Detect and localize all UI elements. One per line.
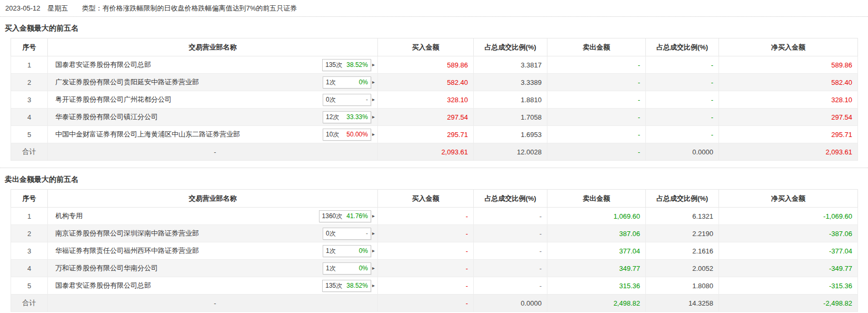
- table-row: 2广发证券股份有限公司贵阳延安中路证券营业部1次0%▸582.403.3389-…: [11, 74, 858, 91]
- net-buy-cell: -377.04: [719, 242, 858, 260]
- badge-count: 10次: [326, 130, 339, 139]
- history-badge-wrap: 1次0%▸: [323, 262, 375, 275]
- sell-amount-cell: 387.06: [547, 225, 646, 242]
- table-row: 3粤开证券股份有限公司广州花都分公司0次-▸328.101.8810--328.…: [11, 91, 858, 109]
- column-header: 序号: [11, 38, 48, 56]
- column-header: 交易营业部名称: [48, 38, 378, 56]
- row-index: 4: [11, 260, 48, 277]
- buy-amount-cell: -: [378, 208, 474, 225]
- buy-ratio-cell: -: [474, 277, 547, 295]
- department-name[interactable]: 华福证券有限责任公司福州西环中路证券营业部: [55, 246, 199, 256]
- appearance-count-badge[interactable]: 1次0%: [323, 262, 371, 275]
- header-row: 序号交易营业部名称买入金额占总成交比例(%)卖出金额占总成交比例(%)净买入金额: [11, 190, 858, 208]
- net-buy-cell: 297.54: [719, 109, 858, 126]
- column-header: 净买入金额: [719, 190, 858, 208]
- badge-count: 0次: [326, 229, 336, 238]
- column-header: 占总成交比例(%): [474, 38, 547, 56]
- buy-amount-cell: 582.40: [378, 74, 474, 91]
- table-row: 5国泰君安证券股份有限公司总部135次38.52%▸--315.361.8080…: [11, 277, 858, 295]
- chevron-right-icon: ▸: [372, 80, 375, 85]
- sell-amount-cell: 315.36: [547, 277, 646, 295]
- badge-percent: 38.52%: [346, 61, 368, 69]
- column-header: 占总成交比例(%): [646, 190, 719, 208]
- badge-count: 1次: [326, 247, 336, 256]
- sell-amount-cell: -: [547, 56, 646, 74]
- appearance-count-badge[interactable]: 12次33.33%: [323, 111, 371, 123]
- buy-ratio-cell: 1.6953: [474, 126, 547, 143]
- department-name[interactable]: 广发证券股份有限公司贵阳延安中路证券营业部: [55, 77, 199, 87]
- sell-ratio-cell: 0.0000: [646, 143, 719, 161]
- column-header: 序号: [11, 190, 48, 208]
- appearance-count-badge[interactable]: 135次38.52%: [322, 59, 371, 71]
- sell-ratio-cell: -: [646, 74, 719, 91]
- chevron-right-icon: ▸: [372, 213, 375, 219]
- buy-amount-cell: 2,093.61: [378, 143, 474, 161]
- sell-top5-table: 序号交易营业部名称买入金额占总成交比例(%)卖出金额占总成交比例(%)净买入金额…: [11, 189, 858, 312]
- chevron-right-icon: ▸: [372, 114, 375, 120]
- date-type-bar: 2023-05-12 星期五 类型：有价格涨跌幅限制的日收盘价格跌幅偏离值达到7…: [0, 0, 868, 17]
- department-name[interactable]: 中国中金财富证券有限公司上海黄浦区中山东二路证券营业部: [55, 130, 240, 139]
- department-name[interactable]: 国泰君安证券股份有限公司总部: [55, 281, 151, 290]
- net-buy-cell: -349.77: [719, 260, 858, 277]
- appearance-count-badge[interactable]: 135次38.52%: [322, 280, 371, 292]
- row-index: 3: [11, 91, 48, 109]
- net-buy-cell: 582.40: [719, 74, 858, 91]
- appearance-count-badge[interactable]: 0次-: [323, 228, 371, 240]
- sell-amount-cell: 377.04: [547, 242, 646, 260]
- badge-percent: 41.76%: [346, 212, 368, 220]
- net-buy-cell: -315.36: [719, 277, 858, 295]
- department-cell: 国泰君安证券股份有限公司总部135次38.52%▸: [48, 277, 378, 295]
- total-name-placeholder: -: [48, 143, 378, 161]
- appearance-count-badge[interactable]: 1次0%: [323, 245, 371, 257]
- buy-amount-cell: -: [378, 295, 474, 312]
- department-cell: 广发证券股份有限公司贵阳延安中路证券营业部1次0%▸: [48, 74, 378, 91]
- row-index: 3: [11, 242, 48, 260]
- buy-top5-section: 买入金额最大的前五名 序号交易营业部名称买入金额占总成交比例(%)卖出金额占总成…: [0, 17, 868, 161]
- department-name[interactable]: 国泰君安证券股份有限公司总部: [55, 60, 151, 70]
- buy-amount-cell: 589.86: [378, 56, 474, 74]
- appearance-count-badge[interactable]: 1360次41.76%: [319, 210, 371, 222]
- buy-amount-cell: 295.71: [378, 126, 474, 143]
- department-name[interactable]: 万和证券股份有限公司华南分公司: [55, 263, 158, 273]
- badge-percent: 0%: [359, 247, 368, 255]
- department-name[interactable]: 粤开证券股份有限公司广州花都分公司: [55, 95, 172, 104]
- badge-percent: 0%: [359, 265, 368, 272]
- appearance-count-badge[interactable]: 10次50.00%: [323, 129, 371, 141]
- history-badge-wrap: 1次0%▸: [323, 76, 375, 89]
- column-header: 净买入金额: [719, 38, 858, 56]
- sell-amount-cell: 2,498.82: [547, 295, 646, 312]
- badge-percent: -: [366, 230, 368, 237]
- sell-ratio-cell: -: [646, 91, 719, 109]
- department-name[interactable]: 机构专用: [55, 211, 83, 221]
- table-row: 3华福证券有限责任公司福州西环中路证券营业部1次0%▸--377.042.161…: [11, 242, 858, 260]
- appearance-count-badge[interactable]: 1次0%: [323, 76, 371, 89]
- chevron-right-icon: ▸: [372, 231, 375, 236]
- row-index: 1: [11, 208, 48, 225]
- sell-amount-cell: 349.77: [547, 260, 646, 277]
- net-buy-cell: 2,093.61: [719, 143, 858, 161]
- sell-ratio-cell: 6.1321: [646, 208, 719, 225]
- row-index: 2: [11, 225, 48, 242]
- buy-ratio-cell: 1.7058: [474, 109, 547, 126]
- buy-ratio-cell: 12.0028: [474, 143, 547, 161]
- table-row: 4华泰证券股份有限公司镇江分公司12次33.33%▸297.541.7058--…: [11, 109, 858, 126]
- total-label: 合计: [11, 295, 48, 312]
- buy-ratio-cell: -: [474, 208, 547, 225]
- department-name[interactable]: 南京证券股份有限公司深圳深南中路证券营业部: [55, 229, 199, 238]
- badge-percent: 50.00%: [346, 131, 368, 138]
- buy-amount-cell: -: [378, 242, 474, 260]
- badge-percent: 33.33%: [346, 113, 368, 121]
- badge-count: 1次: [326, 78, 336, 87]
- buy-top5-table: 序号交易营业部名称买入金额占总成交比例(%)卖出金额占总成交比例(%)净买入金额…: [11, 38, 858, 161]
- department-cell: 华福证券有限责任公司福州西环中路证券营业部1次0%▸: [48, 242, 378, 260]
- badge-count: 0次: [326, 95, 336, 104]
- date-text: 2023-05-12: [5, 4, 41, 12]
- appearance-count-badge[interactable]: 0次-: [323, 94, 371, 106]
- department-name[interactable]: 华泰证券股份有限公司镇江分公司: [55, 112, 158, 122]
- department-cell: 中国中金财富证券有限公司上海黄浦区中山东二路证券营业部10次50.00%▸: [48, 126, 378, 143]
- chevron-right-icon: ▸: [372, 62, 375, 67]
- header-row: 序号交易营业部名称买入金额占总成交比例(%)卖出金额占总成交比例(%)净买入金额: [11, 38, 858, 56]
- total-row: 合计-2,093.6112.0028-0.00002,093.61: [11, 143, 858, 161]
- buy-ratio-cell: 1.8810: [474, 91, 547, 109]
- history-badge-wrap: 0次-▸: [323, 94, 375, 106]
